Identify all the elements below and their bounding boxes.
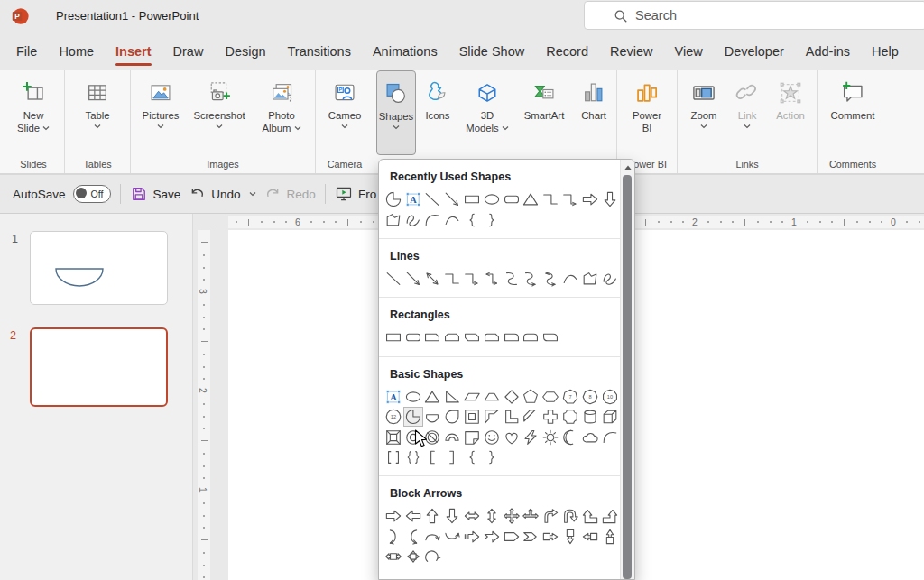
shape-l-shape[interactable]: [502, 407, 522, 427]
shape-line-arrow[interactable]: [442, 189, 462, 209]
shape-arrow-left-right[interactable]: [462, 506, 482, 526]
comment-button[interactable]: Comment: [819, 70, 886, 155]
shape-plaque[interactable]: [560, 407, 580, 427]
shape-left-brace[interactable]: [462, 209, 482, 229]
shape-rounded-rectangle[interactable]: [502, 189, 522, 209]
shape-bent-arrow[interactable]: [541, 506, 560, 526]
shape-rounded-rectangle[interactable]: [403, 327, 423, 347]
tab-animations[interactable]: Animations: [362, 32, 448, 70]
shape-round-same-side-corner-rectangle[interactable]: [522, 327, 541, 347]
tab-home[interactable]: Home: [48, 32, 105, 70]
tab-add-ins[interactable]: Add-ins: [795, 32, 861, 70]
shape-circular-arrow[interactable]: [423, 547, 443, 566]
shape-line[interactable]: [423, 189, 443, 209]
shape-isosceles-triangle[interactable]: [522, 189, 541, 209]
shape-cross[interactable]: [541, 407, 560, 427]
shape-rectangle[interactable]: [462, 189, 482, 209]
shape-lightning-bolt[interactable]: [522, 427, 541, 447]
shape-curved-up-arrow[interactable]: [423, 527, 443, 547]
shape-left-right-up-arrow[interactable]: [522, 506, 541, 526]
shape-diagonal-stripe[interactable]: [522, 407, 541, 427]
save-button[interactable]: Save: [130, 185, 181, 203]
shape-left-up-arrow[interactable]: [580, 506, 600, 526]
shape-frame[interactable]: [462, 407, 482, 427]
shape-diamond[interactable]: [502, 387, 522, 407]
shape-right-bracket[interactable]: [442, 447, 462, 467]
tab-transitions[interactable]: Transitions: [277, 32, 362, 70]
shape-hexagon[interactable]: [541, 387, 560, 407]
shape-curved-arrow-connector[interactable]: [522, 269, 541, 289]
shape-right-brace[interactable]: [482, 209, 502, 229]
shape-right-arrow-callout[interactable]: [541, 527, 560, 547]
photo-album-button[interactable]: PhotoAlbum: [250, 70, 313, 155]
shape-curve[interactable]: [442, 209, 462, 229]
shape-double-bracket[interactable]: [383, 447, 403, 467]
shape-can[interactable]: [580, 407, 600, 427]
shape-rectangle[interactable]: [383, 327, 403, 347]
shape-chord[interactable]: [423, 407, 443, 427]
shape-chevron-arrow[interactable]: [522, 527, 541, 547]
shape-folded-corner[interactable]: [462, 427, 482, 447]
shape-text-box[interactable]: A: [383, 387, 403, 407]
shape-snip-single-corner-rectangle[interactable]: [423, 327, 443, 347]
shape-snip-same-side-corner-rectangle[interactable]: [442, 327, 462, 347]
3d-models-button[interactable]: 3DModels: [459, 70, 515, 155]
shape-pie[interactable]: [383, 189, 403, 209]
shape-curved-double-arrow-connector[interactable]: [541, 269, 560, 289]
smartart-button[interactable]: SmartArt: [515, 70, 573, 155]
shape-arrow-left[interactable]: [403, 506, 423, 526]
shape-elbow-connector[interactable]: [541, 189, 560, 209]
tab-developer[interactable]: Developer: [714, 32, 795, 70]
shape-arc[interactable]: [423, 209, 443, 229]
table-button[interactable]: Table: [67, 70, 128, 155]
from-beginning-button[interactable]: Fro: [335, 185, 376, 203]
shape-elbow-arrow-connector[interactable]: [560, 189, 580, 209]
shape-left-right-arrow-callout[interactable]: [383, 547, 403, 566]
pictures-button[interactable]: Pictures: [133, 70, 189, 155]
shape-snip-and-round-single-corner-rectangle[interactable]: [482, 327, 502, 347]
shape-trapezoid[interactable]: [482, 387, 502, 407]
shape-parallelogram[interactable]: [462, 387, 482, 407]
shape-arrow-down[interactable]: [442, 506, 462, 526]
shape-isosceles-triangle[interactable]: [423, 387, 443, 407]
shape-text-box[interactable]: A: [403, 189, 423, 209]
shape-teardrop[interactable]: [442, 407, 462, 427]
shape-oval[interactable]: [482, 189, 502, 209]
tab-design[interactable]: Design: [214, 32, 276, 70]
shape-arrow-right[interactable]: [383, 506, 403, 526]
search-input[interactable]: Search: [584, 1, 924, 30]
tab-review[interactable]: Review: [599, 32, 664, 70]
shape-decagon[interactable]: 10: [600, 387, 620, 407]
slide-1-thumbnail[interactable]: [30, 231, 168, 305]
shape-scribble[interactable]: [403, 209, 423, 229]
tab-draw[interactable]: Draw: [162, 32, 215, 70]
undo-button[interactable]: Undo: [189, 186, 255, 203]
shape-curve[interactable]: [560, 269, 580, 289]
shape-right-triangle[interactable]: [442, 387, 462, 407]
shape-u-turn-arrow[interactable]: [560, 506, 580, 526]
action-button[interactable]: Action: [766, 70, 815, 155]
shape-arc[interactable]: [600, 427, 620, 447]
shape-scribble[interactable]: [600, 269, 620, 289]
zoom-button[interactable]: Zoom: [679, 70, 728, 155]
icons-button[interactable]: Icons: [416, 70, 459, 155]
shape-heptagon[interactable]: 7: [560, 387, 580, 407]
shape-dodecagon[interactable]: 12: [383, 407, 403, 427]
power-bi-button[interactable]: PowerBI: [619, 70, 675, 155]
shape-line[interactable]: [383, 269, 403, 289]
shape-block-arrow-right[interactable]: [580, 189, 600, 209]
shape-notched-right-arrow[interactable]: [482, 527, 502, 547]
shape-sun[interactable]: [541, 427, 560, 447]
shapes-button[interactable]: Shapes: [376, 70, 416, 155]
shape-curved-right-arrow[interactable]: [383, 527, 403, 547]
shape-heart[interactable]: [502, 427, 522, 447]
link-button[interactable]: Link: [728, 70, 766, 155]
shape-round-diagonal-corner-rectangle[interactable]: [541, 327, 560, 347]
shape-double-brace[interactable]: [403, 447, 423, 467]
tab-slide-show[interactable]: Slide Show: [448, 32, 536, 70]
redo-button[interactable]: Redo: [264, 186, 316, 203]
shape-pie[interactable]: [403, 407, 423, 427]
tab-help[interactable]: Help: [861, 32, 910, 70]
shape-oval[interactable]: [403, 387, 423, 407]
shape-elbow-double-arrow-connector[interactable]: [482, 269, 502, 289]
